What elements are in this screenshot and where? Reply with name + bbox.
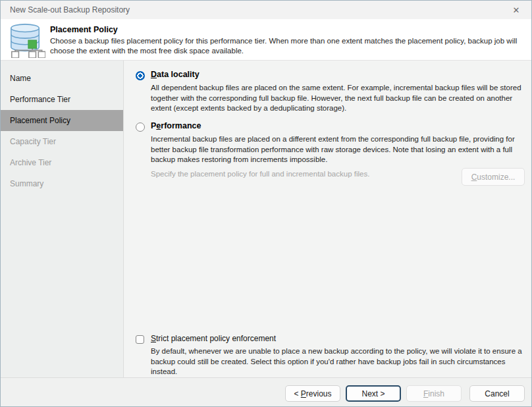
- finish-button[interactable]: Finish: [406, 385, 462, 402]
- sidebar-item-archive-tier: Archive Tier: [1, 152, 123, 173]
- title-bar: New Scale-out Backup Repository ✕: [1, 1, 531, 19]
- close-icon[interactable]: ✕: [510, 5, 522, 15]
- data-locality-label[interactable]: Data locality: [151, 70, 200, 79]
- strict-policy-label[interactable]: Strict placement policy enforcement: [151, 334, 276, 343]
- page-title: Placement Policy: [50, 25, 118, 34]
- performance-radio-icon[interactable]: [136, 122, 145, 132]
- sidebar-item-name[interactable]: Name: [1, 68, 123, 89]
- wizard-steps-sidebar: Name Performance Tier Placement Policy C…: [1, 61, 124, 377]
- scale-out-backup-repository-icon: [7, 22, 45, 61]
- customize-button[interactable]: Customize...: [462, 168, 525, 186]
- data-locality-radio-icon[interactable]: [136, 71, 145, 80]
- page-description: Choose a backup files placement policy f…: [50, 36, 521, 56]
- customize-hint: Specify the placement policy for full an…: [151, 170, 454, 178]
- next-button[interactable]: Next >: [346, 385, 401, 402]
- strict-policy-checkbox-icon[interactable]: [136, 335, 144, 344]
- sidebar-item-capacity-tier: Capacity Tier: [1, 131, 123, 152]
- sidebar-item-performance-tier[interactable]: Performance Tier: [1, 89, 123, 110]
- wizard-footer: < Previous Next > Finish Cancel: [1, 377, 531, 407]
- strict-policy-description: By default, whenever we are unable to pl…: [151, 346, 531, 377]
- sidebar-item-summary: Summary: [1, 173, 123, 194]
- data-locality-description: All dependent backup files are placed on…: [151, 83, 529, 114]
- cancel-button[interactable]: Cancel: [469, 385, 525, 402]
- wizard-header: Placement Policy Choose a backup files p…: [1, 19, 531, 61]
- performance-label[interactable]: Performance: [151, 121, 201, 130]
- window-title: New Scale-out Backup Repository: [10, 5, 130, 14]
- placement-policy-panel: Data locality All dependent backup files…: [124, 61, 532, 377]
- wizard-window: New Scale-out Backup Repository ✕ Placem…: [0, 0, 532, 407]
- previous-button[interactable]: < Previous: [285, 385, 340, 402]
- performance-description: Incremental backup files are placed on a…: [151, 134, 529, 165]
- sidebar-item-placement-policy[interactable]: Placement Policy: [1, 110, 123, 131]
